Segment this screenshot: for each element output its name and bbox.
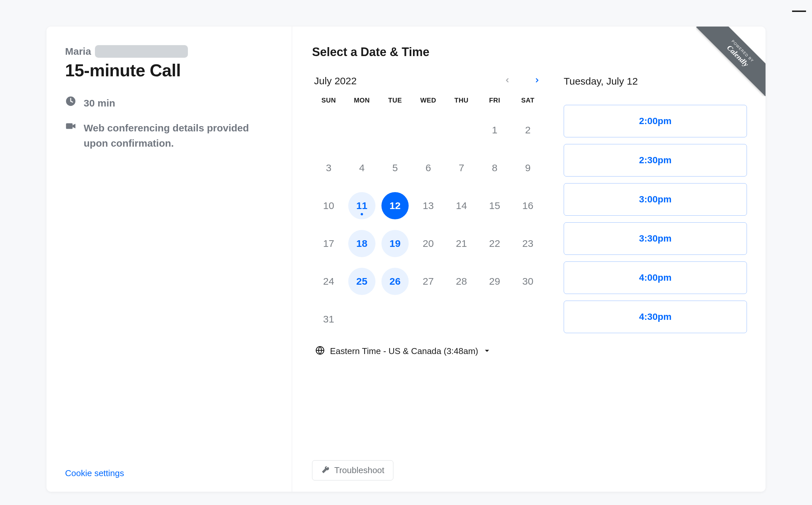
time-slot-button[interactable]: 2:00pm: [564, 105, 747, 137]
calendar-day: 6: [415, 154, 442, 181]
calendar-day-cell: 23: [511, 228, 544, 259]
calendar-day-cell: 14: [445, 190, 478, 221]
calendar-day-cell: 31: [312, 304, 345, 334]
calendar-day-cell: 6: [412, 153, 445, 183]
calendar-day: 10: [315, 192, 342, 219]
calendar-day: 24: [315, 268, 342, 295]
calendar-day-cell: 8: [478, 153, 511, 183]
troubleshoot-button[interactable]: Troubleshoot: [312, 460, 393, 480]
menu-icon[interactable]: —: [792, 3, 806, 17]
booking-card: Maria 15-minute Call 30 min Web conferen…: [46, 26, 766, 492]
calendar-day-cell: 10: [312, 190, 345, 221]
calendar: July 2022 SUNMONTUEWEDTHUFRISAT123456789…: [312, 75, 544, 356]
calendar-day[interactable]: 11: [348, 192, 376, 219]
calendar-day-cell: [511, 304, 544, 334]
host-row: Maria: [65, 45, 273, 58]
calendar-day: 9: [514, 154, 541, 181]
calendar-day-cell: 28: [445, 266, 478, 297]
location-label: Web conferencing details provided upon c…: [84, 121, 256, 151]
calendar-day-cell: 27: [412, 266, 445, 297]
calendar-day-cell: [412, 115, 445, 145]
cookie-settings-link[interactable]: Cookie settings: [65, 468, 273, 479]
month-label: July 2022: [314, 75, 357, 87]
time-slot-button[interactable]: 2:30pm: [564, 144, 747, 177]
calendar-day-cell: 2: [511, 115, 544, 145]
ribbon-brand: Calendly: [699, 26, 766, 94]
calendar-day: 1: [481, 117, 508, 144]
calendar-day: 5: [381, 154, 409, 181]
time-slot-button[interactable]: 4:30pm: [564, 301, 747, 333]
calendar-day-cell: [379, 304, 412, 334]
calendar-day-cell: 29: [478, 266, 511, 297]
calendar-day: 22: [481, 230, 508, 257]
calendar-day[interactable]: 26: [381, 268, 409, 295]
calendar-day: 29: [481, 268, 508, 295]
day-of-week-header: SAT: [511, 97, 544, 108]
calendar-day: 16: [514, 192, 541, 219]
day-of-week-header: FRI: [478, 97, 511, 108]
calendar-day-cell: 9: [511, 153, 544, 183]
calendar-day-cell: [345, 115, 379, 145]
panel-heading: Select a Date & Time: [312, 45, 747, 59]
calendar-day-cell: 21: [445, 228, 478, 259]
calendar-day-cell: [312, 115, 345, 145]
calendar-day: 8: [481, 154, 508, 181]
calendar-day-cell: 25: [345, 266, 379, 297]
calendar-day[interactable]: 12: [381, 192, 409, 219]
time-slot-button[interactable]: 3:30pm: [564, 222, 747, 255]
today-indicator-dot: [361, 213, 363, 215]
calendar-day[interactable]: 25: [348, 268, 376, 295]
time-slot-button[interactable]: 4:00pm: [564, 262, 747, 294]
calendar-day-cell: 11: [345, 190, 379, 221]
calendar-day-cell: 1: [478, 115, 511, 145]
event-title: 15-minute Call: [65, 60, 273, 80]
calendar-day-cell: [345, 304, 379, 334]
location-row: Web conferencing details provided upon c…: [65, 121, 273, 151]
calendar-day-cell: 30: [511, 266, 544, 297]
time-slot-button[interactable]: 3:00pm: [564, 183, 747, 216]
calendar-day: 28: [448, 268, 475, 295]
calendar-day-cell: 22: [478, 228, 511, 259]
calendar-day-cell: 4: [345, 153, 379, 183]
svg-rect-1: [66, 123, 73, 129]
scheduler-panel: POWERED BY Calendly Select a Date & Time…: [292, 26, 766, 492]
day-of-week-header: THU: [445, 97, 478, 108]
calendar-day-cell: 19: [379, 228, 412, 259]
calendar-day-cell: 24: [312, 266, 345, 297]
day-of-week-header: TUE: [379, 97, 412, 108]
calendar-day: 17: [315, 230, 342, 257]
calendar-day-cell: 17: [312, 228, 345, 259]
calendar-day-cell: 20: [412, 228, 445, 259]
calendar-day: 30: [514, 268, 541, 295]
calendar-day: 14: [448, 192, 475, 219]
time-slot-list: 2:00pm2:30pm3:00pm3:30pm4:00pm4:30pm: [564, 105, 747, 333]
calendar-day: 4: [348, 154, 376, 181]
timezone-selector[interactable]: Eastern Time - US & Canada (3:48am): [312, 346, 544, 356]
calendar-day: 7: [448, 154, 475, 181]
calendar-day: 15: [481, 192, 508, 219]
calendar-day: 13: [415, 192, 442, 219]
caret-down-icon: [484, 348, 490, 354]
calendar-day-cell: [478, 304, 511, 334]
calendar-day-cell: 26: [379, 266, 412, 297]
calendar-day: 31: [315, 306, 342, 333]
calendar-day: 20: [415, 230, 442, 257]
globe-icon: [315, 346, 325, 356]
clock-icon: [65, 96, 76, 107]
calendar-day[interactable]: 18: [348, 230, 376, 257]
calendar-grid: SUNMONTUEWEDTHUFRISAT1234567891011121314…: [312, 97, 544, 334]
calendar-day-cell: 16: [511, 190, 544, 221]
calendar-day-cell: 3: [312, 153, 345, 183]
calendar-day-cell: [445, 115, 478, 145]
host-last-name-redacted: [95, 45, 188, 58]
calendar-day-cell: 7: [445, 153, 478, 183]
calendar-day-cell: 12: [379, 190, 412, 221]
time-slots-column: Tuesday, July 12 2:00pm2:30pm3:00pm3:30p…: [564, 75, 747, 356]
prev-month-button[interactable]: [502, 75, 513, 87]
next-month-button[interactable]: [532, 75, 542, 87]
day-of-week-header: WED: [412, 97, 445, 108]
calendar-day: 27: [415, 268, 442, 295]
calendar-day: 23: [514, 230, 541, 257]
powered-by-ribbon[interactable]: POWERED BY Calendly: [696, 26, 766, 96]
calendar-day[interactable]: 19: [381, 230, 409, 257]
